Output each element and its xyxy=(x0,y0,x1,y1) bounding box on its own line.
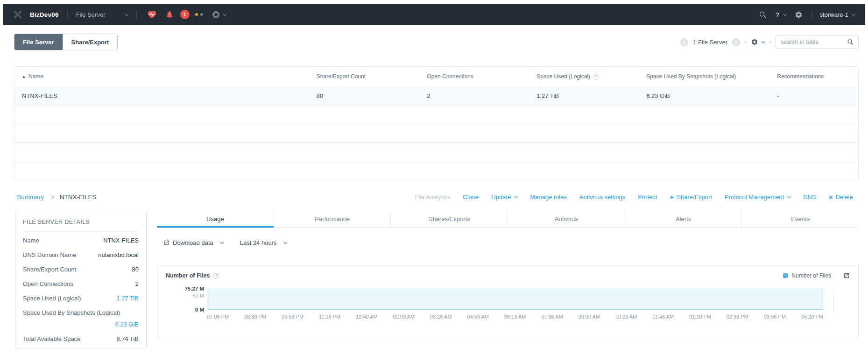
tasks-ring-icon[interactable] xyxy=(212,11,219,18)
info-dot-icon[interactable] xyxy=(200,13,203,16)
tab-antivirus[interactable]: Antivirus xyxy=(508,211,625,227)
view-tab-file-server[interactable]: File Server xyxy=(14,34,63,50)
search-icon[interactable] xyxy=(759,11,767,19)
table-header-row: ▲ Name Share/Export Count Open Connectio… xyxy=(14,67,858,86)
search-icon[interactable] xyxy=(847,39,854,45)
column-header-open-connections[interactable]: Open Connections xyxy=(419,73,529,80)
chevron-down-icon xyxy=(783,12,786,15)
pager-next-button[interactable] xyxy=(732,38,740,46)
detail-tabs: Usage Performance Shares/Exports Antivir… xyxy=(157,211,859,228)
space-used-link[interactable]: 1.27 TiB xyxy=(116,295,139,302)
y-axis-labels: 75.27 M 50 M 0 M xyxy=(166,289,204,310)
area-series-number-of-files[interactable] xyxy=(207,289,823,310)
file-server-table: ▲ Name Share/Export Count Open Connectio… xyxy=(14,66,859,180)
panel-title: FILE SERVER DETAILS xyxy=(23,219,139,225)
chevron-down-icon xyxy=(852,12,855,15)
cell-share-export-count: 80 xyxy=(309,92,420,99)
chart-header-right: Number of Files xyxy=(783,272,850,279)
space-snapshots-link[interactable]: 6.23 GiB xyxy=(23,321,139,328)
chart-controls: Download data Last 24 hours xyxy=(163,238,859,247)
help-menu[interactable]: ? xyxy=(775,11,786,19)
y-tick-mid: 50 M xyxy=(193,293,204,298)
tab-events[interactable]: Events xyxy=(742,211,859,227)
detail-row-open-connections: Open Connections 2 xyxy=(23,277,139,291)
action-manage-roles[interactable]: Manage roles xyxy=(530,194,567,201)
action-file-analytics: File Analytics xyxy=(415,194,450,201)
column-header-share-export-count[interactable]: Share/Export Count xyxy=(309,73,420,80)
column-header-recommendations[interactable]: Recommendations xyxy=(769,73,858,80)
breadcrumb-current: NTNX-FILES xyxy=(60,194,97,201)
action-delete[interactable]: × Delete xyxy=(829,194,853,201)
page: BizDev06 File Server 1 ? storw xyxy=(0,0,868,348)
view-tab-share-export[interactable]: Share/Export xyxy=(63,34,118,50)
separator-dot xyxy=(769,42,771,43)
expand-chart-icon[interactable] xyxy=(843,272,850,279)
divider xyxy=(136,10,137,19)
alerts-bell-icon[interactable] xyxy=(165,10,174,19)
page-menu-dropdown[interactable]: File Server xyxy=(76,11,128,18)
action-protect[interactable]: Protect xyxy=(638,194,657,201)
tab-performance[interactable]: Performance xyxy=(274,211,391,227)
legend-swatch xyxy=(783,273,788,278)
gear-icon[interactable] xyxy=(795,11,803,19)
table-controls: 1 File Server xyxy=(680,35,859,49)
sort-asc-icon: ▲ xyxy=(22,75,26,79)
table-row[interactable]: NTNX-FILES 80 2 1.27 TiB 6.23 GiB - xyxy=(14,86,858,105)
table-search-input[interactable] xyxy=(781,39,847,45)
chart-header: Number of Files ? Number of Files xyxy=(166,272,850,279)
pager-prev-button[interactable] xyxy=(680,38,688,46)
column-header-name[interactable]: ▲ Name xyxy=(14,73,309,80)
empty-table-row xyxy=(14,161,858,180)
action-add-share-export[interactable]: + Share/Export xyxy=(670,193,712,201)
action-update-dropdown[interactable]: Update xyxy=(491,194,517,201)
alert-count-badge[interactable]: 1 xyxy=(180,10,190,19)
chevron-down-icon xyxy=(787,194,791,198)
action-antivirus-settings[interactable]: Antivirus settings xyxy=(579,194,625,201)
breadcrumb-summary-link[interactable]: Summary xyxy=(17,194,44,201)
download-data-dropdown[interactable]: Download data xyxy=(163,239,223,246)
chevron-down-icon xyxy=(124,12,128,15)
cell-open-connections: 2 xyxy=(419,92,529,99)
tab-shares-exports[interactable]: Shares/Exports xyxy=(391,211,508,227)
tab-alerts[interactable]: Alerts xyxy=(625,211,742,227)
warning-dot-icon[interactable] xyxy=(195,13,198,16)
action-dns[interactable]: DNS xyxy=(803,194,816,201)
x-axis-labels: 07:06 PM 08:30 PM 09:53 PM 11:16 PM 12:4… xyxy=(207,314,823,319)
y-tick-max: 75.27 M xyxy=(184,286,204,292)
user-menu[interactable]: storware-1 xyxy=(820,11,855,18)
health-heart-icon[interactable] xyxy=(147,10,157,20)
column-header-space-snapshots[interactable]: Space Used By Snapshots (Logical) xyxy=(639,73,769,80)
detail-row-space-snapshots: Space Used By Snapshots (Logical) 6.23 G… xyxy=(23,305,139,332)
plus-icon: + xyxy=(670,193,674,201)
time-range-dropdown[interactable]: Last 24 hours xyxy=(240,239,287,246)
detail-header-row: Summary NTNX-FILES File Analytics Clone … xyxy=(17,193,853,201)
separator-dot xyxy=(745,42,746,43)
action-protocol-management-dropdown[interactable]: Protocol Management xyxy=(725,194,790,201)
cell-name: NTNX-FILES xyxy=(14,92,309,99)
y-tick-min: 0 M xyxy=(195,307,204,312)
detail-row-space-used: Space Used (Logical) 1.27 TiB xyxy=(23,291,139,305)
top-nav-bar: BizDev06 File Server 1 ? storw xyxy=(3,4,865,25)
divider xyxy=(67,10,68,19)
chart-title: Number of Files ? xyxy=(166,272,219,279)
row-count-label: 1 File Server xyxy=(693,39,727,46)
chart-plot: 75.27 M 50 M 0 M xyxy=(166,289,850,310)
detail-row-dns-domain: DNS Domain Name nutanixbd.local xyxy=(23,248,139,262)
empty-table-row xyxy=(14,105,858,124)
detail-row-name: Name NTNX-FILES xyxy=(23,233,139,248)
column-header-space-used[interactable]: Space Used (Logical) ? xyxy=(529,73,639,80)
nav-left: BizDev06 File Server 1 xyxy=(13,10,226,20)
chart-legend: Number of Files xyxy=(783,272,831,279)
help-circle-icon[interactable]: ? xyxy=(213,273,219,279)
file-server-details-panel: FILE SERVER DETAILS Name NTNX-FILES DNS … xyxy=(15,211,147,348)
chevron-down-icon xyxy=(762,39,765,43)
table-search-box xyxy=(776,35,859,49)
chevron-down-icon xyxy=(514,194,518,198)
help-circle-icon[interactable]: ? xyxy=(593,74,599,80)
table-settings-dropdown[interactable] xyxy=(751,38,765,46)
chevron-down-icon xyxy=(219,240,223,243)
tab-usage[interactable]: Usage xyxy=(157,211,274,227)
action-clone[interactable]: Clone xyxy=(463,194,479,201)
nutanix-logo-icon[interactable] xyxy=(13,10,22,19)
cluster-name: BizDev06 xyxy=(30,11,59,18)
